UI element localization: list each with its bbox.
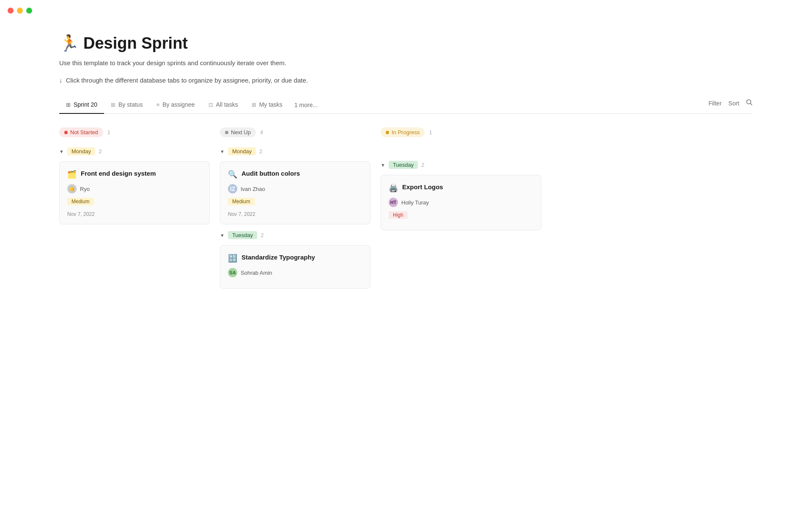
group-header-monday-2: ▼ Monday 2 [220,147,370,155]
col-header-not-started: Not Started 1 [59,126,210,139]
col-header-in-progress: In Progress 1 [381,126,541,139]
tab-sprint20-icon: ⊞ [66,102,71,108]
status-badge-in-progress[interactable]: In Progress [381,127,425,137]
sort-button[interactable]: Sort [728,100,739,107]
col-count-next-up: 4 [260,129,263,135]
column-in-progress: In Progress 1 ▼ Tuesday 2 🖨️ Export Logo… [381,126,541,294]
card-audit-button-colors[interactable]: 🔍 Audit button colors IZ Ivan Zhao Mediu… [220,161,370,224]
page-description: Use this template to track your design s… [59,58,753,68]
tab-mytasks-label: My tasks [259,101,283,108]
filter-button[interactable]: Filter [708,100,721,107]
avatar-ryo: 🤙 [67,184,77,193]
card-icon-search: 🔍 [228,170,237,179]
card-title-text-4: Export Logos [402,183,443,191]
tab-mytasks-icon: ⊞ [252,102,256,108]
card-title-row-2: 🔍 Audit button colors [228,169,362,179]
group-count-tuesday-3: 2 [421,162,424,168]
close-button[interactable] [8,8,14,14]
board-container: Not Started 1 ▼ Monday 2 🗂️ Front end de… [59,126,753,294]
chevron-down-icon-3[interactable]: ▼ [220,233,225,238]
assignee-name: Ryo [80,186,90,192]
status-badge-not-started[interactable]: Not Started [59,127,103,137]
col-header-next-up: Next Up 4 [220,126,370,139]
page-title-text: Design Sprint [83,34,188,52]
group-label-monday-2: Monday [228,147,256,155]
tab-byassignee[interactable]: ≡ By assignee [150,98,202,114]
priority-badge-medium-2: Medium [228,198,255,205]
card-assignee-2: IZ Ivan Zhao [228,184,362,193]
card-assignee: 🤙 Ryo [67,184,202,193]
tab-alltasks[interactable]: ⊡ All tasks [202,98,245,114]
maximize-button[interactable] [26,8,32,14]
status-label-not-started: Not Started [70,129,98,135]
card-export-logos[interactable]: 🖨️ Export Logos HT Holly Turay High [381,175,541,230]
card-date: Nov 7, 2022 [67,211,202,217]
card-standardize-typography[interactable]: 🔡 Standardize Typography SA Sohrab Amin [220,245,370,289]
avatar-holly: HT [389,198,398,207]
status-badge-next-up[interactable]: Next Up [220,127,256,137]
column-next-up: Next Up 4 ▼ Monday 2 🔍 Audit button colo… [220,126,381,294]
card-title-row-4: 🖨️ Export Logos [389,183,533,193]
dot-next-up [225,131,228,134]
hint-arrow: ↓ [59,77,63,84]
card-icon-type: 🔡 [228,254,237,263]
dot-not-started [64,131,68,134]
svg-line-1 [751,104,752,105]
group-count-tuesday-2: 2 [261,232,263,238]
page-title: 🏃 Design Sprint [59,34,753,52]
status-label-next-up: Next Up [231,129,251,135]
tab-sprint20[interactable]: ⊞ Sprint 20 [59,98,104,114]
tab-bystatus-label: By status [118,101,143,108]
chevron-down-icon[interactable]: ▼ [59,149,64,154]
group-header-tuesday-2: ▼ Tuesday 2 [220,231,370,239]
group-label-tuesday-3: Tuesday [389,161,418,169]
group-header-monday-1: ▼ Monday 2 [59,147,210,155]
card-title-text-3: Standardize Typography [241,253,315,262]
card-assignee-4: HT Holly Turay [389,198,533,207]
search-icon[interactable] [746,99,753,107]
tab-alltasks-label: All tasks [216,101,238,108]
card-title-text: Front end design system [81,169,156,178]
tab-bystatus-icon: ⊞ [111,102,115,108]
card-title-text-2: Audit button colors [241,169,300,178]
assignee-name-2: Ivan Zhao [241,186,265,192]
group-count-monday-1: 2 [99,148,102,155]
tab-alltasks-icon: ⊡ [208,102,213,108]
card-front-end-design-system[interactable]: 🗂️ Front end design system 🤙 Ryo Medium … [59,161,210,224]
page-hint: ↓ Click through the different database t… [59,76,753,86]
assignee-name-3: Sohrab Amin [241,270,272,276]
page-header: 🏃 Design Sprint Use this template to tra… [59,34,753,85]
priority-badge-medium: Medium [67,198,94,205]
page-emoji: 🏃 [59,34,79,52]
avatar-ivan: IZ [228,184,237,193]
col-count-not-started: 1 [107,129,110,135]
hint-text: Click through the different database tab… [66,77,308,84]
assignee-name-4: Holly Turay [401,199,429,206]
group-label-monday-1: Monday [67,147,95,155]
group-header-tuesday-3: ▼ Tuesday 2 [381,161,541,169]
card-icon-printer: 🖨️ [389,183,398,193]
col-count-in-progress: 1 [429,129,432,135]
card-date-2: Nov 7, 2022 [228,211,362,217]
chevron-down-icon-4[interactable]: ▼ [381,163,385,168]
column-not-started: Not Started 1 ▼ Monday 2 🗂️ Front end de… [59,126,220,294]
card-icon-file: 🗂️ [67,170,77,179]
priority-badge-high: High [389,211,408,219]
dot-in-progress [386,131,389,134]
tab-bystatus[interactable]: ⊞ By status [104,98,150,114]
tabs-bar: ⊞ Sprint 20 ⊞ By status ≡ By assignee ⊡ … [59,98,753,114]
group-label-tuesday-2: Tuesday [228,231,257,239]
card-title-row-3: 🔡 Standardize Typography [228,253,362,263]
tabs-right: Filter Sort [708,99,753,112]
tab-byassignee-label: By assignee [162,101,195,108]
tab-sprint20-label: Sprint 20 [74,101,97,108]
tabs-more[interactable]: 1 more... [289,98,323,113]
traffic-lights [8,8,32,14]
tabs-left: ⊞ Sprint 20 ⊞ By status ≡ By assignee ⊡ … [59,98,708,113]
minimize-button[interactable] [17,8,23,14]
tab-mytasks[interactable]: ⊞ My tasks [245,98,289,114]
chevron-down-icon-2[interactable]: ▼ [220,149,225,154]
status-label-in-progress: In Progress [392,129,420,135]
avatar-sohrab: SA [228,268,237,277]
card-assignee-3: SA Sohrab Amin [228,268,362,277]
